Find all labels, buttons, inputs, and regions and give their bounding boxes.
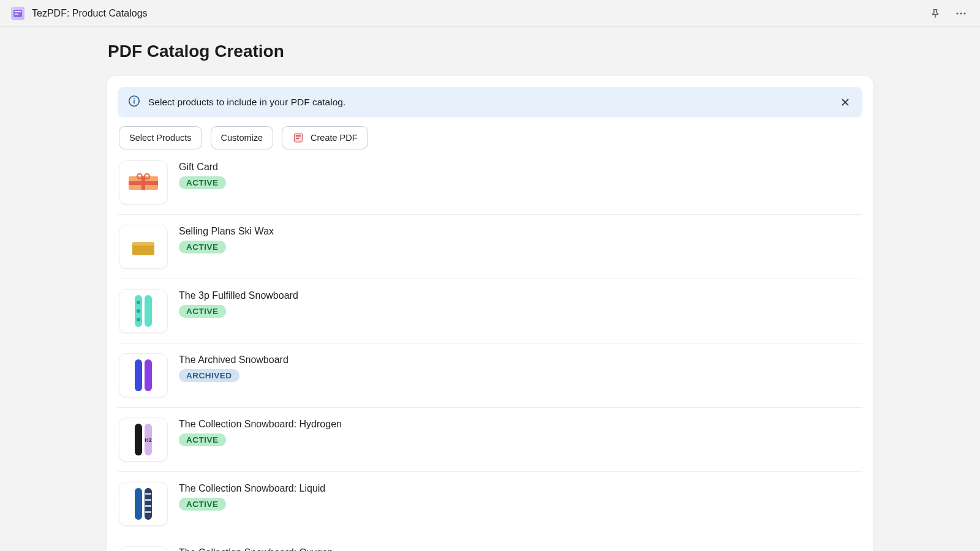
product-thumbnail: H2 — [119, 418, 168, 462]
svg-rect-36 — [145, 511, 151, 513]
top-bar: TezPDF: Product Catalogs — [0, 0, 980, 27]
product-list: Gift CardACTIVE Selling Plans Ski WaxACT… — [118, 158, 862, 551]
product-name: The Collection Snowboard: Hydrogen — [179, 419, 342, 430]
customize-button[interactable]: Customize — [211, 126, 274, 149]
close-icon — [840, 97, 851, 108]
status-badge: ARCHIVED — [179, 369, 239, 382]
product-row[interactable]: The Collection Snowboard: LiquidACTIVE — [118, 472, 862, 536]
select-products-label: Select Products — [129, 133, 192, 143]
info-banner: Select products to include in your PDF c… — [118, 87, 862, 118]
svg-point-5 — [963, 12, 965, 14]
status-badge: ACTIVE — [179, 498, 226, 511]
product-name: Selling Plans Ski Wax — [179, 226, 274, 237]
more-icon[interactable] — [953, 6, 969, 21]
svg-rect-16 — [141, 176, 145, 190]
app-logo-icon — [11, 7, 24, 20]
product-row[interactable]: The Collection Snowboard: OxygenACTIVE — [118, 536, 862, 551]
svg-rect-33 — [145, 493, 151, 495]
product-row[interactable]: H2 The Collection Snowboard: HydrogenACT… — [118, 408, 862, 472]
customize-label: Customize — [221, 133, 263, 143]
product-name: The Archived Snowboard — [179, 354, 288, 365]
svg-rect-2 — [15, 13, 18, 15]
select-products-button[interactable]: Select Products — [119, 126, 202, 149]
svg-rect-27 — [145, 359, 152, 391]
product-thumbnail — [119, 353, 168, 397]
product-name: The Collection Snowboard: Liquid — [179, 483, 325, 494]
close-banner-button[interactable] — [838, 95, 853, 110]
pdf-icon — [292, 132, 304, 144]
svg-rect-12 — [296, 135, 301, 137]
svg-point-3 — [956, 12, 958, 14]
svg-point-24 — [137, 309, 140, 313]
product-thumbnail — [119, 546, 168, 551]
app-title: TezPDF: Product Catalogs — [32, 8, 148, 19]
action-toolbar: Select Products Customize Create PDF — [118, 126, 862, 149]
pin-icon[interactable] — [927, 6, 943, 21]
product-name: The Collection Snowboard: Oxygen — [179, 547, 333, 551]
svg-point-4 — [960, 12, 962, 14]
product-name: Gift Card — [179, 162, 226, 173]
create-pdf-button[interactable]: Create PDF — [282, 126, 368, 149]
svg-rect-34 — [145, 499, 151, 501]
svg-rect-26 — [135, 359, 142, 391]
svg-text:H2: H2 — [145, 437, 152, 443]
product-row[interactable]: The 3p Fulfilled SnowboardACTIVE — [118, 279, 862, 343]
status-badge: ACTIVE — [179, 305, 226, 318]
product-name: The 3p Fulfilled Snowboard — [179, 290, 298, 301]
status-badge: ACTIVE — [179, 176, 226, 189]
svg-rect-20 — [132, 242, 154, 246]
catalog-card: Select products to include in your PDF c… — [107, 76, 873, 551]
create-pdf-label: Create PDF — [311, 133, 358, 143]
svg-point-25 — [137, 318, 140, 321]
product-thumbnail — [119, 160, 168, 204]
svg-rect-28 — [135, 424, 142, 455]
product-row[interactable]: The Archived SnowboardARCHIVED — [118, 343, 862, 408]
svg-point-23 — [137, 301, 140, 304]
svg-rect-13 — [296, 138, 299, 139]
product-thumbnail — [119, 482, 168, 526]
svg-rect-35 — [145, 505, 151, 507]
info-icon — [127, 94, 141, 110]
product-row[interactable]: Gift CardACTIVE — [118, 158, 862, 215]
svg-rect-1 — [15, 11, 21, 12]
svg-rect-32 — [145, 488, 152, 520]
product-row[interactable]: Selling Plans Ski WaxACTIVE — [118, 215, 862, 279]
svg-rect-31 — [135, 488, 142, 520]
svg-point-8 — [134, 98, 135, 99]
status-badge: ACTIVE — [179, 241, 226, 253]
status-badge: ACTIVE — [179, 433, 226, 446]
svg-rect-22 — [145, 295, 152, 327]
info-banner-text: Select products to include in your PDF c… — [148, 97, 345, 108]
product-thumbnail — [119, 225, 168, 269]
product-thumbnail — [119, 289, 168, 333]
page-title: PDF Catalog Creation — [107, 42, 873, 61]
